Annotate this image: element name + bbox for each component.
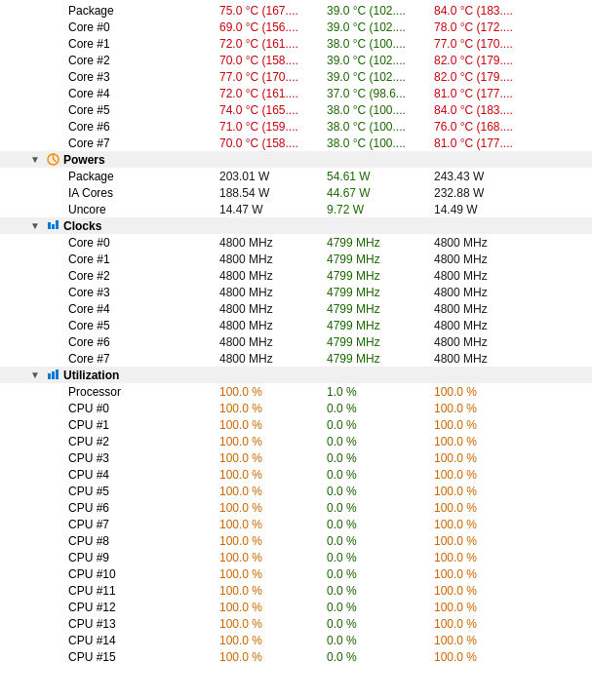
- list-item[interactable]: Package75.0 °C (167....39.0 °C (102....8…: [0, 2, 592, 19]
- value-min: 37.0 °C (98.6...: [327, 87, 434, 100]
- section-label: Utilization: [63, 369, 119, 382]
- list-item[interactable]: Core #14800 MHz4799 MHz4800 MHz: [0, 251, 592, 267]
- value-max: 81.0 °C (177....: [434, 87, 541, 100]
- section-header[interactable]: ▼Clocks: [0, 217, 592, 234]
- section-header[interactable]: ▼Powers: [0, 151, 592, 168]
- list-item[interactable]: Package203.01 W54.61 W243.43 W: [0, 168, 592, 184]
- value-current: 72.0 °C (161....: [219, 37, 327, 51]
- value-min: 4799 MHz: [327, 286, 434, 299]
- value-current: 4800 MHz: [219, 236, 327, 250]
- list-item[interactable]: CPU #5100.0 %0.0 %100.0 %: [0, 483, 592, 499]
- value-current: 100.0 %: [219, 584, 327, 598]
- row-label: Core #1: [68, 253, 219, 266]
- value-min: 0.0 %: [327, 601, 434, 614]
- list-item[interactable]: Core #270.0 °C (158....39.0 °C (102....8…: [0, 52, 592, 68]
- list-item[interactable]: Core #44800 MHz4799 MHz4800 MHz: [0, 300, 592, 317]
- section-label: Powers: [63, 153, 105, 167]
- list-item[interactable]: CPU #4100.0 %0.0 %100.0 %: [0, 466, 592, 483]
- value-min: 0.0 %: [327, 634, 434, 647]
- list-item[interactable]: CPU #14100.0 %0.0 %100.0 %: [0, 632, 592, 648]
- row-label: CPU #10: [68, 567, 219, 581]
- value-max: 4800 MHz: [434, 286, 541, 299]
- expand-icon[interactable]: ▼: [27, 218, 43, 234]
- row-label: Core #0: [68, 236, 219, 250]
- value-max: 84.0 °C (183....: [434, 4, 541, 18]
- value-current: 100.0 %: [219, 501, 327, 515]
- section-icon: [45, 218, 60, 234]
- row-label: CPU #15: [68, 650, 219, 664]
- list-item[interactable]: CPU #7100.0 %0.0 %100.0 %: [0, 516, 592, 532]
- row-label: Processor: [68, 385, 219, 399]
- value-max: 100.0 %: [434, 551, 541, 564]
- temperatures-section: Package75.0 °C (167....39.0 °C (102....8…: [0, 2, 592, 151]
- list-item[interactable]: CPU #10100.0 %0.0 %100.0 %: [0, 565, 592, 582]
- value-min: 4799 MHz: [327, 352, 434, 366]
- value-current: 188.54 W: [219, 186, 327, 200]
- list-item[interactable]: Processor100.0 %1.0 %100.0 %: [0, 383, 592, 400]
- value-current: 75.0 °C (167....: [219, 4, 327, 18]
- list-item[interactable]: Core #64800 MHz4799 MHz4800 MHz: [0, 333, 592, 350]
- list-item[interactable]: CPU #12100.0 %0.0 %100.0 %: [0, 599, 592, 615]
- list-item[interactable]: CPU #2100.0 %0.0 %100.0 %: [0, 433, 592, 449]
- list-item[interactable]: Uncore14.47 W9.72 W14.49 W: [0, 201, 592, 217]
- row-label: Core #1: [68, 37, 219, 51]
- value-min: 0.0 %: [327, 451, 434, 465]
- value-max: 4800 MHz: [434, 352, 541, 366]
- value-current: 70.0 °C (158....: [219, 136, 327, 150]
- row-label: Core #3: [68, 286, 219, 299]
- list-item[interactable]: Core #74800 MHz4799 MHz4800 MHz: [0, 350, 592, 367]
- value-max: 100.0 %: [434, 584, 541, 598]
- row-label: Core #6: [68, 120, 219, 134]
- list-item[interactable]: CPU #3100.0 %0.0 %100.0 %: [0, 449, 592, 466]
- list-item[interactable]: CPU #0100.0 %0.0 %100.0 %: [0, 400, 592, 416]
- list-item[interactable]: CPU #1100.0 %0.0 %100.0 %: [0, 416, 592, 433]
- list-item[interactable]: Core #377.0 °C (170....39.0 °C (102....8…: [0, 68, 592, 85]
- list-item[interactable]: Core #54800 MHz4799 MHz4800 MHz: [0, 317, 592, 333]
- list-item[interactable]: IA Cores188.54 W44.67 W232.88 W: [0, 184, 592, 201]
- row-label: CPU #12: [68, 601, 219, 614]
- value-min: 4799 MHz: [327, 269, 434, 283]
- value-current: 100.0 %: [219, 567, 327, 581]
- list-item[interactable]: Core #24800 MHz4799 MHz4800 MHz: [0, 267, 592, 284]
- value-min: 0.0 %: [327, 584, 434, 598]
- row-label: CPU #2: [68, 435, 219, 448]
- svg-rect-6: [56, 369, 59, 379]
- section-icon: [45, 152, 60, 168]
- list-item[interactable]: Core #770.0 °C (158....38.0 °C (100....8…: [0, 135, 592, 151]
- list-item[interactable]: Core #04800 MHz4799 MHz4800 MHz: [0, 234, 592, 251]
- value-current: 100.0 %: [219, 650, 327, 664]
- list-item[interactable]: CPU #8100.0 %0.0 %100.0 %: [0, 532, 592, 549]
- list-item[interactable]: CPU #13100.0 %0.0 %100.0 %: [0, 615, 592, 632]
- value-min: 0.0 %: [327, 567, 434, 581]
- value-min: 39.0 °C (102....: [327, 54, 434, 67]
- value-current: 71.0 °C (159....: [219, 120, 327, 134]
- section-label: Clocks: [63, 219, 101, 233]
- list-item[interactable]: CPU #11100.0 %0.0 %100.0 %: [0, 582, 592, 599]
- value-current: 100.0 %: [219, 385, 327, 399]
- value-max: 14.49 W: [434, 203, 541, 216]
- list-item[interactable]: Core #34800 MHz4799 MHz4800 MHz: [0, 284, 592, 300]
- expand-icon[interactable]: ▼: [27, 368, 43, 383]
- row-label: CPU #13: [68, 617, 219, 631]
- section-header[interactable]: ▼Utilization: [0, 367, 592, 383]
- list-item[interactable]: CPU #6100.0 %0.0 %100.0 %: [0, 499, 592, 516]
- list-item[interactable]: Core #069.0 °C (156....39.0 °C (102....7…: [0, 19, 592, 35]
- value-current: 100.0 %: [219, 518, 327, 531]
- row-label: Core #7: [68, 352, 219, 366]
- row-label: CPU #3: [68, 451, 219, 465]
- list-item[interactable]: Core #574.0 °C (165....38.0 °C (100....8…: [0, 101, 592, 118]
- value-min: 4799 MHz: [327, 302, 434, 316]
- list-item[interactable]: Core #472.0 °C (161....37.0 °C (98.6...8…: [0, 85, 592, 101]
- value-min: 0.0 %: [327, 468, 434, 482]
- value-max: 100.0 %: [434, 451, 541, 465]
- expand-icon[interactable]: ▼: [27, 152, 43, 168]
- list-item[interactable]: CPU #15100.0 %0.0 %100.0 %: [0, 648, 592, 665]
- list-item[interactable]: Core #671.0 °C (159....38.0 °C (100....7…: [0, 118, 592, 135]
- value-min: 9.72 W: [327, 203, 434, 216]
- value-max: 82.0 °C (179....: [434, 70, 541, 84]
- list-item[interactable]: CPU #9100.0 %0.0 %100.0 %: [0, 549, 592, 565]
- list-item[interactable]: Core #172.0 °C (161....38.0 °C (100....7…: [0, 35, 592, 52]
- row-label: Core #4: [68, 302, 219, 316]
- value-min: 38.0 °C (100....: [327, 136, 434, 150]
- value-max: 243.43 W: [434, 170, 541, 183]
